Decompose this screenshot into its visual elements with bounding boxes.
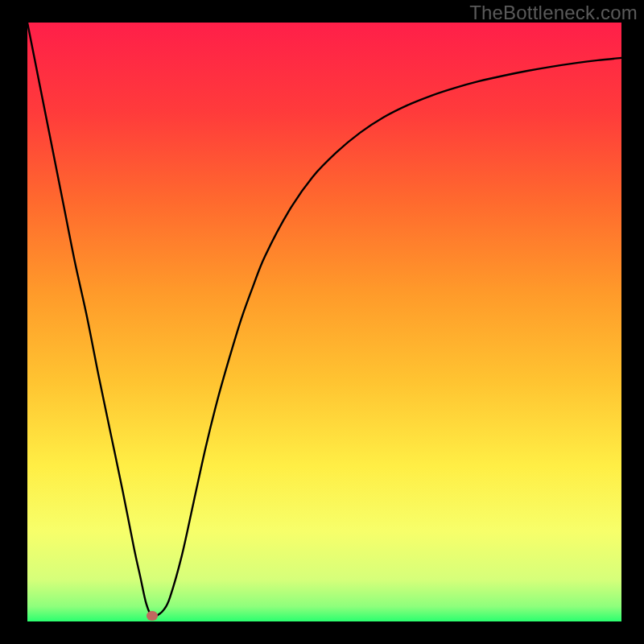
curve-layer bbox=[27, 23, 621, 621]
bottleneck-curve bbox=[27, 23, 621, 617]
plot-area bbox=[27, 23, 621, 621]
optimum-marker bbox=[147, 611, 158, 621]
watermark-text: TheBottleneck.com bbox=[469, 2, 638, 24]
chart-frame: TheBottleneck.com bbox=[0, 0, 644, 644]
